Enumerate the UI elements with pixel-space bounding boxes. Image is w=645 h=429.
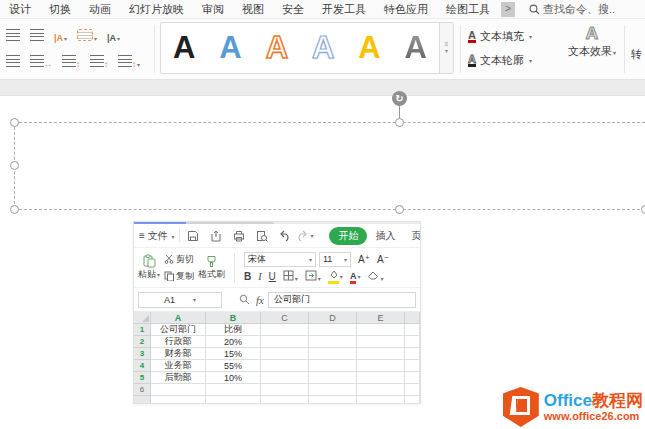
cell-D4[interactable] <box>309 360 357 372</box>
italic-button[interactable]: I <box>258 271 261 282</box>
eraser-button[interactable]: ▾ <box>367 271 383 283</box>
row-header-6[interactable]: 6 <box>134 384 151 396</box>
wordart-style-black[interactable]: A <box>161 24 207 72</box>
line-spacing-increase-button[interactable]: ↕ <box>62 53 80 71</box>
row-header-4[interactable]: 4 <box>134 360 151 372</box>
row-header-5[interactable]: 5 <box>134 372 151 384</box>
cell-A7[interactable] <box>151 396 206 404</box>
cell-B4[interactable]: 55% <box>206 360 261 372</box>
cell-D3[interactable] <box>309 348 357 360</box>
cell-A6[interactable] <box>151 384 206 396</box>
font-name-select[interactable]: 宋体 ▾ <box>244 252 316 267</box>
cell-D6[interactable] <box>309 384 357 396</box>
export-button[interactable] <box>208 228 224 244</box>
decrease-indent-button[interactable] <box>6 27 20 45</box>
name-box[interactable]: A1 ▾ <box>138 292 222 308</box>
row-header-2[interactable]: 2 <box>134 336 151 348</box>
cell-D7[interactable] <box>309 396 357 404</box>
sheet-tab-home[interactable]: 开始 <box>329 227 367 245</box>
borders-button[interactable]: ▾ <box>283 270 298 283</box>
cell-A2[interactable]: 行政部 <box>151 336 206 348</box>
wordart-style-gold[interactable]: A <box>346 24 392 72</box>
cell-C5[interactable] <box>261 372 309 384</box>
column-header-D[interactable]: D <box>309 312 357 324</box>
cell-A4[interactable]: 业务部 <box>151 360 206 372</box>
cell-C3[interactable] <box>261 348 309 360</box>
handle-middle-left[interactable] <box>10 161 19 170</box>
cell-C6[interactable] <box>261 384 309 396</box>
wordart-gallery-scrollbar[interactable]: ≡ ▾ <box>439 23 453 73</box>
toolbar-options-icon[interactable]: ▾ <box>310 232 313 239</box>
vertical-textbox-button[interactable]: |A▾ <box>107 27 120 45</box>
save-button[interactable] <box>185 228 201 244</box>
cell-B2[interactable]: 20% <box>206 336 261 348</box>
textbox-style-button[interactable]: ▾ <box>77 27 97 45</box>
embedded-spreadsheet[interactable]: ≡ 文件 ▾ <box>133 221 421 404</box>
cell-D2[interactable] <box>309 336 357 348</box>
cell-E3[interactable] <box>357 348 405 360</box>
cell-F1[interactable] <box>405 324 420 336</box>
cell-E4[interactable] <box>357 360 405 372</box>
cell-D1[interactable] <box>309 324 357 336</box>
row-header-7[interactable] <box>134 396 151 404</box>
handle-top-left[interactable] <box>10 118 19 127</box>
cell-A5[interactable]: 后勤部 <box>151 372 206 384</box>
cell-E7[interactable] <box>357 396 405 404</box>
cell-B5[interactable]: 10% <box>206 372 261 384</box>
tab-design[interactable]: 设计 <box>0 1 40 18</box>
wordart-style-pale-blue-outline[interactable]: A <box>300 24 346 72</box>
print-button[interactable] <box>231 228 247 244</box>
cell-A1[interactable]: 公司部门 <box>151 324 206 336</box>
sheet-tab-insert[interactable]: 插入 <box>367 229 403 243</box>
format-painter-button[interactable]: 格式刷 <box>198 255 225 281</box>
cell-C4[interactable] <box>261 360 309 372</box>
zoom-formula-button[interactable] <box>236 292 252 308</box>
cell-B1[interactable]: 比例 <box>206 324 261 336</box>
cell-F7[interactable] <box>405 396 420 404</box>
wordart-style-blue[interactable]: A <box>207 24 253 72</box>
cell-A3[interactable]: 财务部 <box>151 348 206 360</box>
copy-button[interactable]: 复制 <box>164 268 194 285</box>
column-header-B[interactable]: B <box>206 312 261 324</box>
tab-developer[interactable]: 开发工具 <box>313 1 375 18</box>
undo-button[interactable] <box>277 228 293 244</box>
column-header-A[interactable]: A <box>151 312 206 324</box>
paste-button[interactable]: 粘贴▾ <box>138 254 160 281</box>
grow-font-button[interactable]: A⁺ <box>358 254 370 265</box>
cell-E6[interactable] <box>357 384 405 396</box>
cell-E2[interactable] <box>357 336 405 348</box>
handle-top-center[interactable] <box>395 118 404 127</box>
redo-button[interactable] <box>293 228 309 244</box>
tab-animation[interactable]: 动画 <box>80 1 120 18</box>
justify-button[interactable] <box>6 53 20 71</box>
font-color-button[interactable]: A▾ <box>350 270 361 284</box>
wordart-style-gray-gradient[interactable]: A <box>393 24 439 72</box>
cell-F6[interactable] <box>405 384 420 396</box>
font-size-select[interactable]: 11 ▾ <box>319 252 351 267</box>
tab-drawing-tools[interactable]: 绘图工具 <box>437 1 499 18</box>
cell-F3[interactable] <box>405 348 420 360</box>
line-spacing-button[interactable]: ↕▾ <box>118 53 140 71</box>
tab-security[interactable]: 安全 <box>273 1 313 18</box>
increase-indent-button[interactable] <box>30 27 44 45</box>
underline-button[interactable]: U <box>269 271 276 282</box>
cell-D5[interactable] <box>309 372 357 384</box>
tab-review[interactable]: 审阅 <box>193 1 233 18</box>
sheet-tab-page-layout[interactable]: 页面布 <box>403 229 421 243</box>
line-spacing-tight-button[interactable]: ↕ <box>90 53 108 71</box>
cell-B6[interactable] <box>206 384 261 396</box>
command-search-input[interactable]: 查找命令、搜.. <box>529 2 645 17</box>
cell-B3[interactable]: 15% <box>206 348 261 360</box>
handle-bottom-left[interactable] <box>10 205 19 214</box>
handle-bottom-center[interactable] <box>395 205 404 214</box>
cell-C2[interactable] <box>261 336 309 348</box>
cell-C1[interactable] <box>261 324 309 336</box>
column-header-partial[interactable] <box>405 312 420 324</box>
cell-E1[interactable] <box>357 324 405 336</box>
handle-bottom-right[interactable] <box>641 205 645 214</box>
column-header-C[interactable]: C <box>261 312 309 324</box>
shrink-font-button[interactable]: A⁻ <box>377 254 389 265</box>
row-header-1[interactable]: 1 <box>134 324 151 336</box>
bold-button[interactable]: B <box>244 271 251 282</box>
wordart-style-orange-outline[interactable]: A <box>254 24 300 72</box>
